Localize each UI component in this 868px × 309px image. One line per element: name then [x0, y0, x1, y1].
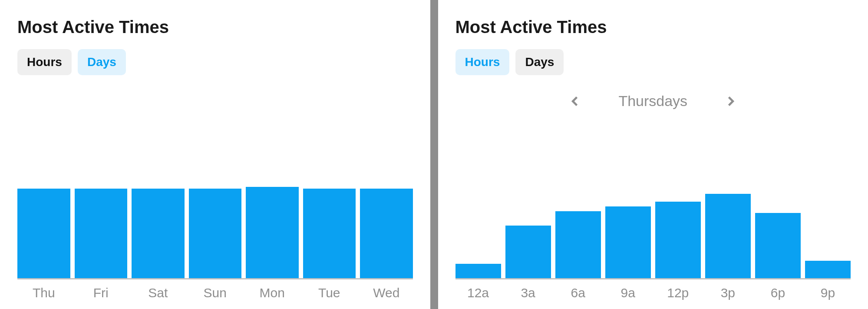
x-tick-label: 3p	[705, 286, 751, 300]
bar-wrap	[360, 189, 413, 278]
bar[interactable]	[360, 189, 413, 278]
tabs: Hours Days	[17, 49, 413, 75]
x-tick-label: 3a	[505, 286, 551, 300]
bar[interactable]	[705, 194, 751, 278]
bar-wrap	[505, 226, 551, 278]
tab-hours[interactable]: Hours	[17, 49, 72, 75]
bar-wrap	[555, 211, 601, 278]
x-axis-labels: 12a3a6a9a12p3p6p9p	[455, 286, 851, 300]
panel-divider	[430, 0, 438, 309]
bar-wrap	[132, 189, 185, 278]
bar-wrap	[805, 261, 851, 278]
bar[interactable]	[605, 206, 651, 278]
bar[interactable]	[805, 261, 851, 278]
x-tick-label: Sat	[132, 286, 185, 300]
panel-days: Most Active Times Hours Days ThuFriSatSu…	[0, 0, 430, 309]
bar[interactable]	[555, 211, 601, 278]
page-title: Most Active Times	[17, 17, 413, 37]
x-tick-label: 6a	[555, 286, 601, 300]
bar[interactable]	[132, 189, 185, 278]
x-tick-label: 12a	[455, 286, 501, 300]
bar-wrap	[705, 194, 751, 278]
bar-wrap	[455, 264, 501, 278]
bars	[17, 187, 413, 279]
bar[interactable]	[189, 189, 242, 278]
x-tick-label: Wed	[360, 286, 413, 300]
bars	[455, 194, 851, 279]
x-tick-label: 9p	[805, 286, 851, 300]
chart-hours: 12a3a6a9a12p3p6p9p	[455, 117, 851, 300]
panel-hours: Most Active Times Hours Days Thursdays 1…	[438, 0, 868, 309]
bar-wrap	[75, 189, 128, 278]
tab-days[interactable]: Days	[78, 49, 126, 75]
bar[interactable]	[755, 213, 801, 278]
bar[interactable]	[655, 202, 701, 278]
day-selector: Thursdays	[455, 93, 851, 110]
x-tick-label: 9a	[605, 286, 651, 300]
bar-wrap	[303, 189, 356, 278]
day-selector-label: Thursdays	[618, 93, 687, 110]
bar-wrap	[755, 213, 801, 278]
tab-days[interactable]: Days	[515, 49, 564, 75]
tab-hours[interactable]: Hours	[455, 49, 510, 75]
chevron-left-icon[interactable]	[567, 93, 584, 110]
chevron-right-icon[interactable]	[722, 93, 739, 110]
bar-wrap	[17, 189, 70, 278]
chart-days: ThuFriSatSunMonTueWed	[17, 119, 413, 300]
spacer	[17, 88, 413, 119]
bar-wrap	[655, 202, 701, 278]
x-tick-label: 6p	[755, 286, 801, 300]
page-title: Most Active Times	[455, 17, 851, 37]
bar-wrap	[189, 189, 242, 278]
bar[interactable]	[505, 226, 551, 278]
x-tick-label: Thu	[17, 286, 70, 300]
bar[interactable]	[455, 264, 501, 278]
bar-wrap	[246, 187, 299, 278]
bar[interactable]	[75, 189, 128, 278]
x-tick-label: 12p	[655, 286, 701, 300]
bar[interactable]	[303, 189, 356, 278]
bar[interactable]	[17, 189, 70, 278]
bar-wrap	[605, 206, 651, 278]
x-tick-label: Sun	[189, 286, 242, 300]
bar[interactable]	[246, 187, 299, 278]
x-tick-label: Tue	[303, 286, 356, 300]
tabs: Hours Days	[455, 49, 851, 75]
x-axis-labels: ThuFriSatSunMonTueWed	[17, 286, 413, 300]
x-tick-label: Fri	[75, 286, 128, 300]
x-tick-label: Mon	[246, 286, 299, 300]
